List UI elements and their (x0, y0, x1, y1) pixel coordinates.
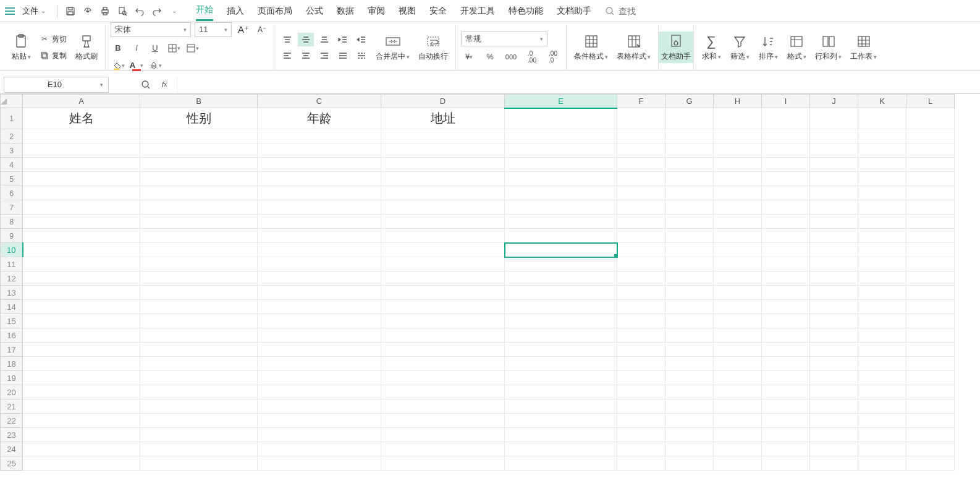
row-header-21[interactable]: 21 (1, 399, 23, 414)
copy-button[interactable]: 复制 (37, 49, 69, 62)
cell-D19[interactable] (381, 371, 505, 385)
cell-L18[interactable] (906, 357, 955, 371)
cell-J8[interactable] (810, 215, 858, 229)
cell-K25[interactable] (858, 456, 906, 471)
col-header-A[interactable]: A (23, 95, 140, 108)
cell-L5[interactable] (906, 172, 955, 186)
cell-B11[interactable] (140, 257, 258, 271)
align-left-button[interactable] (279, 49, 295, 62)
cell-C1[interactable]: 年龄 (258, 108, 381, 129)
row-header-18[interactable]: 18 (1, 357, 23, 371)
cell-B3[interactable] (140, 143, 258, 158)
cell-D11[interactable] (381, 257, 505, 271)
tab-pagelayout[interactable]: 页面布局 (258, 2, 292, 20)
cell-A14[interactable] (23, 300, 140, 314)
cell-J22[interactable] (810, 414, 858, 428)
tab-devtools[interactable]: 开发工具 (460, 2, 495, 20)
cell-J14[interactable] (810, 300, 858, 314)
cell-E12[interactable] (505, 271, 617, 286)
row-header-25[interactable]: 25 (1, 456, 23, 471)
cell-D24[interactable] (381, 442, 505, 456)
cell-F18[interactable] (617, 357, 665, 371)
cell-B20[interactable] (140, 385, 258, 399)
cell-L10[interactable] (906, 243, 955, 257)
cell-L13[interactable] (906, 286, 955, 300)
col-header-D[interactable]: D (381, 95, 505, 108)
cell-G9[interactable] (665, 229, 714, 243)
underline-button[interactable]: U (148, 41, 163, 56)
cell-I13[interactable] (762, 286, 810, 300)
qat-dropdown-icon[interactable]: ⌄ (169, 6, 180, 17)
cell-L23[interactable] (906, 428, 955, 442)
cell-A7[interactable] (23, 200, 140, 215)
col-header-E[interactable]: E (505, 95, 617, 108)
cell-C9[interactable] (258, 229, 381, 243)
cell-B1[interactable]: 性别 (140, 108, 258, 129)
cell-G12[interactable] (665, 271, 714, 286)
cell-D10[interactable] (381, 243, 505, 257)
cell-I9[interactable] (762, 229, 810, 243)
cell-J7[interactable] (810, 200, 858, 215)
cell-J5[interactable] (810, 172, 858, 186)
cell-H6[interactable] (714, 186, 762, 200)
undo-icon[interactable] (134, 6, 145, 17)
cell-K14[interactable] (858, 300, 906, 314)
distribute-button[interactable] (353, 49, 370, 62)
cell-L20[interactable] (906, 385, 955, 399)
cell-E18[interactable] (505, 357, 617, 371)
zoom-icon[interactable] (140, 79, 152, 91)
cell-I19[interactable] (762, 371, 810, 385)
cell-F25[interactable] (617, 456, 665, 471)
cell-B10[interactable] (140, 243, 258, 257)
filter-button[interactable]: 筛选▾ (727, 32, 752, 63)
tab-view[interactable]: 视图 (399, 2, 416, 20)
cell-D6[interactable] (381, 186, 505, 200)
cell-G7[interactable] (665, 200, 714, 215)
cell-E25[interactable] (505, 456, 617, 471)
formula-input[interactable] (177, 77, 980, 93)
row-header-13[interactable]: 13 (1, 286, 23, 300)
cell-D20[interactable] (381, 385, 505, 399)
tab-features[interactable]: 特色功能 (509, 2, 543, 20)
cell-G4[interactable] (665, 158, 714, 172)
cell-C16[interactable] (258, 328, 381, 343)
cell-I25[interactable] (762, 456, 810, 471)
tab-review[interactable]: 审阅 (368, 2, 385, 20)
row-header-10[interactable]: 10 (1, 243, 23, 257)
cell-A21[interactable] (23, 399, 140, 414)
cell-I11[interactable] (762, 257, 810, 271)
cell-H16[interactable] (714, 328, 762, 343)
italic-button[interactable]: I (129, 41, 144, 56)
cell-J1[interactable] (810, 108, 858, 129)
col-header-F[interactable]: F (617, 95, 665, 108)
bold-button[interactable]: B (111, 41, 125, 56)
cell-H12[interactable] (714, 271, 762, 286)
save-icon[interactable] (65, 6, 76, 17)
more-font-button[interactable]: ▾ (148, 58, 163, 73)
cell-E21[interactable] (505, 399, 617, 414)
cell-C15[interactable] (258, 314, 381, 328)
cell-E22[interactable] (505, 414, 617, 428)
cell-K24[interactable] (858, 442, 906, 456)
cell-F20[interactable] (617, 385, 665, 399)
comma-button[interactable]: 000 (503, 50, 519, 64)
cell-K4[interactable] (858, 158, 906, 172)
cell-G18[interactable] (665, 357, 714, 371)
cell-F19[interactable] (617, 371, 665, 385)
cell-H10[interactable] (714, 243, 762, 257)
cell-G22[interactable] (665, 414, 714, 428)
cell-I24[interactable] (762, 442, 810, 456)
cell-G6[interactable] (665, 186, 714, 200)
cell-F4[interactable] (617, 158, 665, 172)
cell-G23[interactable] (665, 428, 714, 442)
cell-D17[interactable] (381, 343, 505, 357)
name-box[interactable]: E10 ▾ (4, 77, 109, 93)
cell-F16[interactable] (617, 328, 665, 343)
number-format-select[interactable]: 常规▾ (461, 32, 547, 46)
cell-I10[interactable] (762, 243, 810, 257)
cell-C24[interactable] (258, 442, 381, 456)
cell-E3[interactable] (505, 143, 617, 158)
cell-H25[interactable] (714, 456, 762, 471)
cell-C3[interactable] (258, 143, 381, 158)
cut-button[interactable]: ✂剪切 (37, 33, 69, 46)
